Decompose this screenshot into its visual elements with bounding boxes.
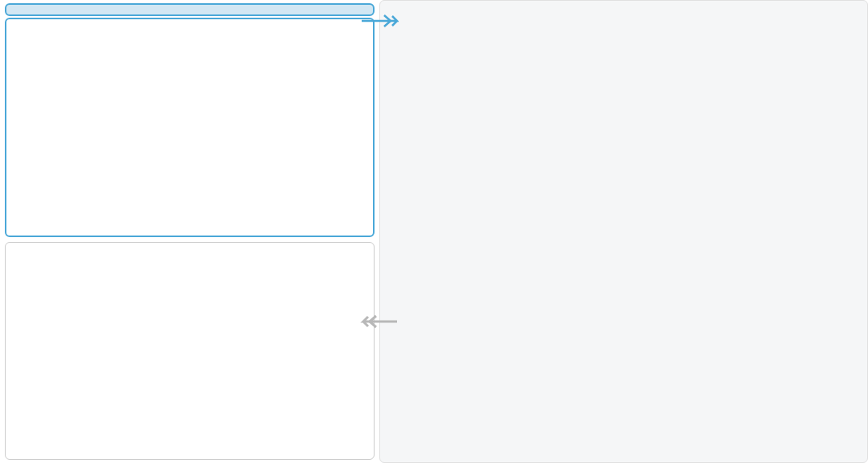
arrow-left-icon xyxy=(360,312,399,331)
reproduced-caption xyxy=(9,453,371,457)
code-panel xyxy=(379,0,868,463)
prompt-text xyxy=(5,3,375,16)
arrow-right-icon xyxy=(360,11,399,31)
left-column xyxy=(0,0,379,463)
original-plot-block xyxy=(5,18,375,237)
reproduced-plot-block xyxy=(5,242,375,460)
reproduced-subplots xyxy=(9,246,371,453)
original-subplots xyxy=(10,23,370,234)
